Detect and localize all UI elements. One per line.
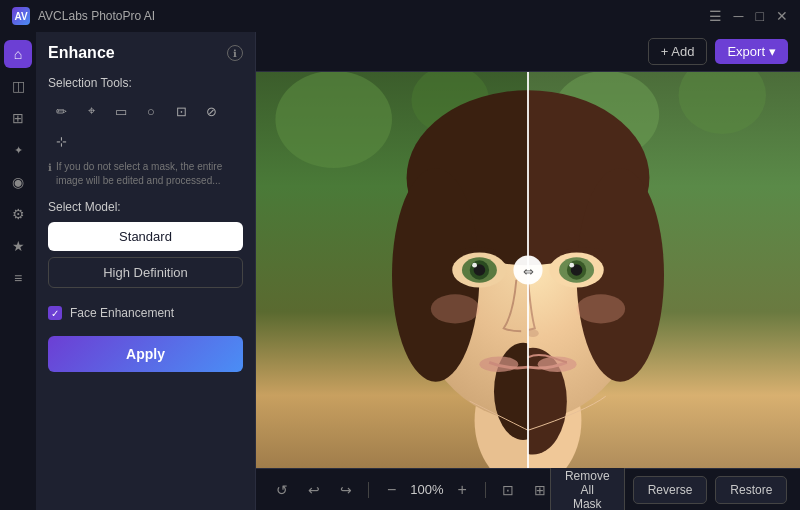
menu-icon[interactable]: ☰ <box>709 9 722 23</box>
tools-grid: ✏ ⌖ ▭ ○ ⊡ ⊘ ⊹ <box>48 98 243 154</box>
toolbar-left: ↺ ↩ ↪ − 100% + ⊡ ⊞ <box>272 478 550 502</box>
svg-point-29 <box>569 263 574 268</box>
title-bar: AV AVCLabs PhotoPro AI ☰ ─ □ ✕ <box>0 0 800 32</box>
pencil-tool[interactable]: ✏ <box>48 98 74 124</box>
title-bar-left: AV AVCLabs PhotoPro AI <box>12 7 155 25</box>
svg-point-17 <box>472 263 477 268</box>
export-label: Export <box>727 44 765 59</box>
title-bar-controls: ☰ ─ □ ✕ <box>709 9 788 23</box>
panel-header: Enhance ℹ <box>48 44 243 62</box>
sidebar-item-effects[interactable]: ✦ <box>4 136 32 164</box>
canvas-area: ⇔ ↺ ↩ ↪ − 100% + ⊡ ⊞ <box>256 72 800 510</box>
sidebar-item-star[interactable]: ★ <box>4 232 32 260</box>
standard-model-btn[interactable]: Standard <box>48 222 243 251</box>
export-button[interactable]: Export ▾ <box>715 39 788 64</box>
model-section: Select Model: Standard High Definition <box>48 200 243 294</box>
refresh-button[interactable]: ↺ <box>272 478 292 502</box>
ellipse-tool[interactable]: ○ <box>138 98 164 124</box>
rect-tool[interactable]: ▭ <box>108 98 134 124</box>
svg-point-32 <box>577 294 626 323</box>
image-mask-tool[interactable]: ⊡ <box>168 98 194 124</box>
zoom-in-button[interactable]: + <box>452 479 473 501</box>
tool-note-text: If you do not select a mask, the entire … <box>56 160 243 188</box>
lasso-tool[interactable]: ⌖ <box>78 98 104 124</box>
apply-button[interactable]: Apply <box>48 336 243 372</box>
redo-button[interactable]: ↪ <box>336 478 356 502</box>
toolbar-right: Remove All Mask Reverse Restore <box>550 462 787 511</box>
svg-point-19 <box>479 356 518 372</box>
image-container[interactable]: ⇔ <box>256 72 800 468</box>
brush-mask-tool[interactable]: ⊘ <box>198 98 224 124</box>
restore-button[interactable]: Restore <box>715 476 787 504</box>
tool-note: ℹ If you do not select a mask, the entir… <box>48 160 243 188</box>
sidebar-item-enhance[interactable]: ◉ <box>4 168 32 196</box>
zoom-level: 100% <box>410 482 443 497</box>
app-icon: AV <box>12 7 30 25</box>
sidebar-item-sliders[interactable]: ≡ <box>4 264 32 292</box>
sidebar-item-adjust[interactable]: ⊞ <box>4 104 32 132</box>
top-header: + Add Export ▾ <box>256 32 800 72</box>
icon-sidebar: ⌂ ◫ ⊞ ✦ ◉ ⚙ ★ ≡ <box>0 32 36 510</box>
high-definition-model-btn[interactable]: High Definition <box>48 257 243 288</box>
minimize-icon[interactable]: ─ <box>734 9 744 23</box>
sidebar-item-layers[interactable]: ◫ <box>4 72 32 100</box>
sidebar-item-home[interactable]: ⌂ <box>4 40 32 68</box>
close-icon[interactable]: ✕ <box>776 9 788 23</box>
wand-tool[interactable]: ⊹ <box>48 128 74 154</box>
crop-button[interactable]: ⊡ <box>498 478 518 502</box>
remove-all-mask-button[interactable]: Remove All Mask <box>550 462 625 511</box>
fit-button[interactable]: ⊞ <box>530 478 550 502</box>
note-icon: ℹ <box>48 161 52 175</box>
face-enhancement-label: Face Enhancement <box>70 306 174 320</box>
panel-title: Enhance <box>48 44 115 62</box>
export-chevron-icon: ▾ <box>769 44 776 59</box>
portrait-svg: ⇔ <box>256 72 800 468</box>
svg-text:⇔: ⇔ <box>523 265 534 279</box>
undo-button[interactable]: ↩ <box>304 478 324 502</box>
model-label: Select Model: <box>48 200 243 214</box>
toolbar-separator-2 <box>485 482 486 498</box>
app-title: AVCLabs PhotoPro AI <box>38 9 155 23</box>
svg-point-4 <box>275 72 392 168</box>
selection-tools-label: Selection Tools: <box>48 76 243 90</box>
face-enhancement-section: ✓ Face Enhancement <box>48 306 243 320</box>
sidebar-item-tools[interactable]: ⚙ <box>4 200 32 228</box>
maximize-icon[interactable]: □ <box>756 9 764 23</box>
add-button[interactable]: + Add <box>648 38 708 65</box>
toolbar-separator <box>368 482 369 498</box>
selection-tools-section: Selection Tools: ✏ ⌖ ▭ ○ ⊡ ⊘ ⊹ ℹ If you … <box>48 76 243 188</box>
svg-point-18 <box>431 294 480 323</box>
reverse-button[interactable]: Reverse <box>633 476 708 504</box>
info-icon[interactable]: ℹ <box>227 45 243 61</box>
left-panel: Enhance ℹ Selection Tools: ✏ ⌖ ▭ ○ ⊡ ⊘ ⊹… <box>36 32 256 510</box>
zoom-controls: − 100% + <box>381 479 473 501</box>
bottom-toolbar: ↺ ↩ ↪ − 100% + ⊡ ⊞ Remove All Mask Rever… <box>256 468 800 510</box>
face-enhancement-checkbox[interactable]: ✓ <box>48 306 62 320</box>
zoom-out-button[interactable]: − <box>381 479 402 501</box>
